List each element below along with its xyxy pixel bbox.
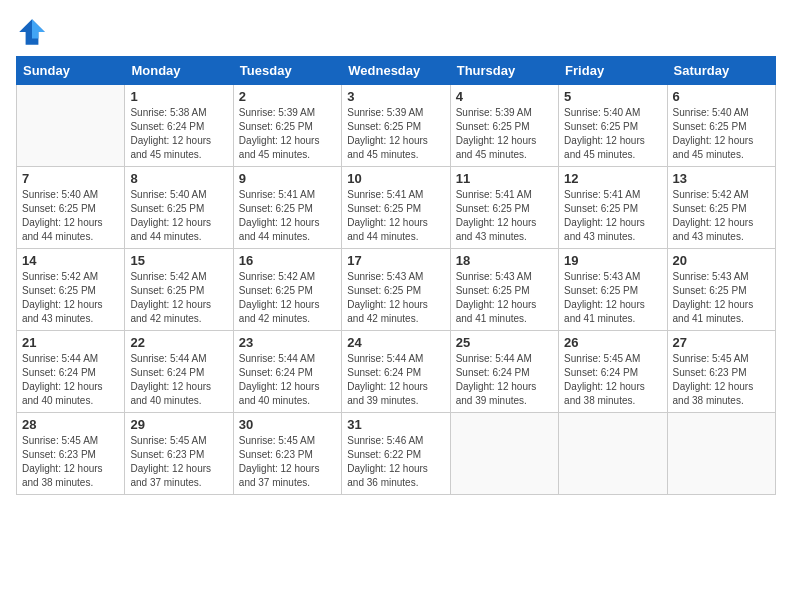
day-info: Sunrise: 5:45 AM Sunset: 6:23 PM Dayligh… — [22, 434, 119, 490]
day-number: 18 — [456, 253, 553, 268]
calendar-cell: 30Sunrise: 5:45 AM Sunset: 6:23 PM Dayli… — [233, 413, 341, 495]
calendar-cell: 1Sunrise: 5:38 AM Sunset: 6:24 PM Daylig… — [125, 85, 233, 167]
day-info: Sunrise: 5:41 AM Sunset: 6:25 PM Dayligh… — [347, 188, 444, 244]
calendar-cell: 3Sunrise: 5:39 AM Sunset: 6:25 PM Daylig… — [342, 85, 450, 167]
calendar-header-monday: Monday — [125, 57, 233, 85]
calendar-cell: 26Sunrise: 5:45 AM Sunset: 6:24 PM Dayli… — [559, 331, 667, 413]
day-info: Sunrise: 5:39 AM Sunset: 6:25 PM Dayligh… — [456, 106, 553, 162]
day-info: Sunrise: 5:38 AM Sunset: 6:24 PM Dayligh… — [130, 106, 227, 162]
calendar-week-row: 28Sunrise: 5:45 AM Sunset: 6:23 PM Dayli… — [17, 413, 776, 495]
calendar-cell: 28Sunrise: 5:45 AM Sunset: 6:23 PM Dayli… — [17, 413, 125, 495]
day-number: 19 — [564, 253, 661, 268]
day-info: Sunrise: 5:44 AM Sunset: 6:24 PM Dayligh… — [130, 352, 227, 408]
day-number: 6 — [673, 89, 770, 104]
calendar-cell: 9Sunrise: 5:41 AM Sunset: 6:25 PM Daylig… — [233, 167, 341, 249]
day-number: 14 — [22, 253, 119, 268]
day-number: 5 — [564, 89, 661, 104]
day-info: Sunrise: 5:41 AM Sunset: 6:25 PM Dayligh… — [564, 188, 661, 244]
calendar-cell: 15Sunrise: 5:42 AM Sunset: 6:25 PM Dayli… — [125, 249, 233, 331]
day-info: Sunrise: 5:39 AM Sunset: 6:25 PM Dayligh… — [347, 106, 444, 162]
day-number: 13 — [673, 171, 770, 186]
day-info: Sunrise: 5:42 AM Sunset: 6:25 PM Dayligh… — [130, 270, 227, 326]
day-info: Sunrise: 5:45 AM Sunset: 6:23 PM Dayligh… — [239, 434, 336, 490]
day-info: Sunrise: 5:45 AM Sunset: 6:24 PM Dayligh… — [564, 352, 661, 408]
day-info: Sunrise: 5:43 AM Sunset: 6:25 PM Dayligh… — [673, 270, 770, 326]
logo-icon — [16, 16, 48, 48]
day-info: Sunrise: 5:39 AM Sunset: 6:25 PM Dayligh… — [239, 106, 336, 162]
calendar-header-thursday: Thursday — [450, 57, 558, 85]
calendar-week-row: 14Sunrise: 5:42 AM Sunset: 6:25 PM Dayli… — [17, 249, 776, 331]
day-info: Sunrise: 5:43 AM Sunset: 6:25 PM Dayligh… — [456, 270, 553, 326]
day-info: Sunrise: 5:43 AM Sunset: 6:25 PM Dayligh… — [564, 270, 661, 326]
calendar-cell: 7Sunrise: 5:40 AM Sunset: 6:25 PM Daylig… — [17, 167, 125, 249]
day-number: 23 — [239, 335, 336, 350]
calendar-cell: 12Sunrise: 5:41 AM Sunset: 6:25 PM Dayli… — [559, 167, 667, 249]
calendar-cell: 4Sunrise: 5:39 AM Sunset: 6:25 PM Daylig… — [450, 85, 558, 167]
day-info: Sunrise: 5:42 AM Sunset: 6:25 PM Dayligh… — [673, 188, 770, 244]
calendar-header-wednesday: Wednesday — [342, 57, 450, 85]
day-number: 3 — [347, 89, 444, 104]
calendar-cell — [667, 413, 775, 495]
day-info: Sunrise: 5:44 AM Sunset: 6:24 PM Dayligh… — [456, 352, 553, 408]
page-header — [16, 16, 776, 48]
svg-marker-1 — [32, 19, 45, 38]
calendar-cell: 13Sunrise: 5:42 AM Sunset: 6:25 PM Dayli… — [667, 167, 775, 249]
day-number: 11 — [456, 171, 553, 186]
calendar-cell: 10Sunrise: 5:41 AM Sunset: 6:25 PM Dayli… — [342, 167, 450, 249]
day-info: Sunrise: 5:46 AM Sunset: 6:22 PM Dayligh… — [347, 434, 444, 490]
day-info: Sunrise: 5:40 AM Sunset: 6:25 PM Dayligh… — [22, 188, 119, 244]
day-number: 8 — [130, 171, 227, 186]
calendar-cell: 27Sunrise: 5:45 AM Sunset: 6:23 PM Dayli… — [667, 331, 775, 413]
calendar-cell: 29Sunrise: 5:45 AM Sunset: 6:23 PM Dayli… — [125, 413, 233, 495]
calendar-table: SundayMondayTuesdayWednesdayThursdayFrid… — [16, 56, 776, 495]
day-number: 10 — [347, 171, 444, 186]
day-number: 22 — [130, 335, 227, 350]
calendar-cell: 6Sunrise: 5:40 AM Sunset: 6:25 PM Daylig… — [667, 85, 775, 167]
day-info: Sunrise: 5:41 AM Sunset: 6:25 PM Dayligh… — [456, 188, 553, 244]
calendar-cell — [559, 413, 667, 495]
day-info: Sunrise: 5:40 AM Sunset: 6:25 PM Dayligh… — [673, 106, 770, 162]
day-number: 20 — [673, 253, 770, 268]
calendar-cell — [17, 85, 125, 167]
day-number: 17 — [347, 253, 444, 268]
calendar-cell: 8Sunrise: 5:40 AM Sunset: 6:25 PM Daylig… — [125, 167, 233, 249]
day-info: Sunrise: 5:44 AM Sunset: 6:24 PM Dayligh… — [239, 352, 336, 408]
calendar-cell — [450, 413, 558, 495]
day-number: 28 — [22, 417, 119, 432]
day-number: 16 — [239, 253, 336, 268]
logo — [16, 16, 52, 48]
calendar-header-friday: Friday — [559, 57, 667, 85]
calendar-header-saturday: Saturday — [667, 57, 775, 85]
calendar-week-row: 7Sunrise: 5:40 AM Sunset: 6:25 PM Daylig… — [17, 167, 776, 249]
calendar-header-sunday: Sunday — [17, 57, 125, 85]
calendar-week-row: 1Sunrise: 5:38 AM Sunset: 6:24 PM Daylig… — [17, 85, 776, 167]
calendar-cell: 21Sunrise: 5:44 AM Sunset: 6:24 PM Dayli… — [17, 331, 125, 413]
day-number: 31 — [347, 417, 444, 432]
day-info: Sunrise: 5:45 AM Sunset: 6:23 PM Dayligh… — [673, 352, 770, 408]
day-number: 2 — [239, 89, 336, 104]
calendar-cell: 5Sunrise: 5:40 AM Sunset: 6:25 PM Daylig… — [559, 85, 667, 167]
day-number: 29 — [130, 417, 227, 432]
calendar-cell: 31Sunrise: 5:46 AM Sunset: 6:22 PM Dayli… — [342, 413, 450, 495]
day-info: Sunrise: 5:44 AM Sunset: 6:24 PM Dayligh… — [22, 352, 119, 408]
calendar-cell: 18Sunrise: 5:43 AM Sunset: 6:25 PM Dayli… — [450, 249, 558, 331]
calendar-cell: 25Sunrise: 5:44 AM Sunset: 6:24 PM Dayli… — [450, 331, 558, 413]
day-number: 30 — [239, 417, 336, 432]
calendar-cell: 11Sunrise: 5:41 AM Sunset: 6:25 PM Dayli… — [450, 167, 558, 249]
calendar-cell: 20Sunrise: 5:43 AM Sunset: 6:25 PM Dayli… — [667, 249, 775, 331]
calendar-header-row: SundayMondayTuesdayWednesdayThursdayFrid… — [17, 57, 776, 85]
calendar-cell: 16Sunrise: 5:42 AM Sunset: 6:25 PM Dayli… — [233, 249, 341, 331]
day-number: 12 — [564, 171, 661, 186]
day-info: Sunrise: 5:44 AM Sunset: 6:24 PM Dayligh… — [347, 352, 444, 408]
calendar-cell: 2Sunrise: 5:39 AM Sunset: 6:25 PM Daylig… — [233, 85, 341, 167]
day-info: Sunrise: 5:42 AM Sunset: 6:25 PM Dayligh… — [239, 270, 336, 326]
calendar-cell: 17Sunrise: 5:43 AM Sunset: 6:25 PM Dayli… — [342, 249, 450, 331]
day-number: 15 — [130, 253, 227, 268]
calendar-cell: 14Sunrise: 5:42 AM Sunset: 6:25 PM Dayli… — [17, 249, 125, 331]
day-number: 26 — [564, 335, 661, 350]
calendar-cell: 23Sunrise: 5:44 AM Sunset: 6:24 PM Dayli… — [233, 331, 341, 413]
day-number: 4 — [456, 89, 553, 104]
day-number: 24 — [347, 335, 444, 350]
day-info: Sunrise: 5:40 AM Sunset: 6:25 PM Dayligh… — [564, 106, 661, 162]
day-info: Sunrise: 5:41 AM Sunset: 6:25 PM Dayligh… — [239, 188, 336, 244]
